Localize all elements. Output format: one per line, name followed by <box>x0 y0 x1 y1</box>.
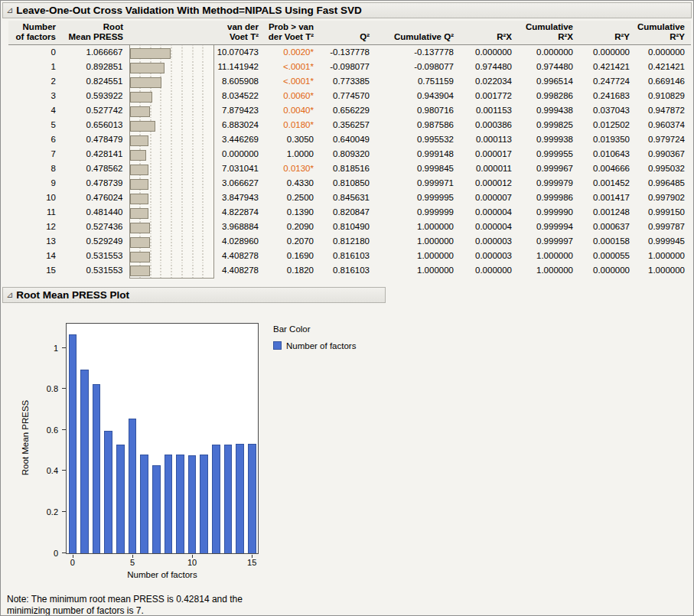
cell-cr2x: 1.000000 <box>518 263 579 278</box>
table-row[interactable]: 150.5315534.4082780.18200.8161031.000000… <box>8 263 691 278</box>
press-plot-bar[interactable] <box>212 445 220 552</box>
cell-vdv: 4.408278 <box>213 249 265 263</box>
cell-vdv: 3.968884 <box>213 220 265 234</box>
cell-factors: 15 <box>8 263 62 278</box>
cell-q2: 0.656229 <box>320 103 376 118</box>
press-plot-bar[interactable] <box>188 455 197 553</box>
press-plot-bar[interactable] <box>93 384 101 553</box>
cell-vdv: 10.070473 <box>213 45 265 60</box>
cell-vdv: 8.605908 <box>213 74 265 89</box>
table-row[interactable]: 100.4760243.8479430.25000.8456310.999995… <box>8 191 691 205</box>
press-plot-bar[interactable] <box>200 455 208 553</box>
press-bar-cell <box>129 132 213 147</box>
cell-prob: 0.3050 <box>265 132 320 147</box>
cell-rmp: 0.478562 <box>62 161 129 176</box>
disclosure-triangle-icon[interactable]: ⊿ <box>6 2 13 18</box>
press-bar-cell <box>129 60 213 74</box>
cell-r2y: 0.010643 <box>579 147 636 161</box>
press-plot-bar[interactable] <box>80 370 89 552</box>
table-row[interactable]: 40.5277427.8794230.0040*0.6562290.980716… <box>8 103 691 118</box>
cell-cr2y: 0.999787 <box>636 220 691 234</box>
cell-cq2: 0.943904 <box>376 89 460 103</box>
cell-cr2x: 0.998286 <box>518 89 579 103</box>
press-plot-bar[interactable] <box>224 445 233 553</box>
press-bar-cell <box>129 147 213 161</box>
cell-r2y: 0.012502 <box>579 118 636 132</box>
table-row[interactable]: 110.4814404.8228740.13900.8208470.999999… <box>8 205 691 220</box>
table-row[interactable]: 90.4787393.0666270.43300.8108500.9999710… <box>8 176 691 191</box>
column-header: Q² <box>320 21 376 45</box>
press-plot-bar[interactable] <box>129 419 137 553</box>
press-plot-bar[interactable] <box>176 455 184 552</box>
press-plot-bar[interactable] <box>104 431 112 552</box>
press-plot-bar[interactable] <box>165 455 173 552</box>
press-plot-bar[interactable] <box>69 334 77 553</box>
cell-prob: 0.0040* <box>265 103 320 118</box>
bar-column-header <box>129 21 213 45</box>
press-bar-cell <box>129 191 213 205</box>
table-row[interactable]: 01.06666710.0704730.0020*-0.137778-0.137… <box>8 45 691 60</box>
section-header-press-plot[interactable]: ⊿ Root Mean PRESS Plot <box>2 287 386 303</box>
press-plot-bar[interactable] <box>140 455 148 552</box>
press-bar-cell <box>129 249 213 263</box>
press-bar <box>130 194 148 204</box>
cell-factors: 11 <box>8 205 62 220</box>
jmp-report-window: { "colors": { "significant": "#e2650e", … <box>0 0 694 616</box>
disclosure-triangle-icon[interactable]: ⊿ <box>6 287 13 303</box>
table-row[interactable]: 30.5939228.0345220.0060*0.7745700.943904… <box>8 89 691 103</box>
cell-cq2: 1.000000 <box>376 249 460 263</box>
cell-cr2x: 0.999990 <box>518 205 579 220</box>
cell-rmp: 0.531553 <box>62 263 129 278</box>
cell-r2y: 0.000000 <box>579 45 636 60</box>
x-tick-label: 10 <box>184 558 200 567</box>
cell-cq2: 0.999995 <box>376 191 460 205</box>
cell-r2y: 0.421421 <box>579 60 636 74</box>
cell-prob: <.0001* <box>265 74 320 89</box>
section-header-cross-validation[interactable]: ⊿ Leave-One-Out Cross Validation With Me… <box>2 2 692 18</box>
cell-cq2: 0.999971 <box>376 176 460 191</box>
press-plot-bar[interactable] <box>152 465 161 553</box>
cv-table-body: 01.06666710.0704730.0020*-0.137778-0.137… <box>8 45 691 279</box>
cell-cr2y: 1.000000 <box>636 249 691 263</box>
cell-rmp: 0.656013 <box>62 118 129 132</box>
cell-r2x: 0.000012 <box>460 176 518 191</box>
cell-q2: 0.812180 <box>320 234 376 249</box>
table-row[interactable]: 70.4281410.0000001.00000.8093200.9991480… <box>8 147 691 161</box>
table-row[interactable]: 140.5315534.4082780.16900.8161031.000000… <box>8 249 691 263</box>
cell-cr2x: 0.999967 <box>518 161 579 176</box>
table-row[interactable]: 130.5292494.0289600.20700.8121801.000000… <box>8 234 691 249</box>
table-row[interactable]: 120.5274363.9688840.20900.8104901.000000… <box>8 220 691 234</box>
cell-cr2y: 0.960374 <box>636 118 691 132</box>
cell-r2y: 0.000158 <box>579 234 636 249</box>
cell-vdv: 8.034522 <box>213 89 265 103</box>
press-plot-bar[interactable] <box>116 445 125 552</box>
press-plot-bar[interactable] <box>236 444 244 552</box>
cell-cr2y: 0.000000 <box>636 45 691 60</box>
press-bar <box>130 121 155 132</box>
table-row[interactable]: 80.4785627.0310410.0130*0.8185160.999845… <box>8 161 691 176</box>
cell-r2y: 0.004666 <box>579 161 636 176</box>
table-row[interactable]: 50.6560136.8830240.0180*0.3562570.987586… <box>8 118 691 132</box>
cell-vdv: 4.822874 <box>213 205 265 220</box>
cell-cq2: 0.995532 <box>376 132 460 147</box>
section-title-press-plot: Root Mean PRESS Plot <box>16 289 129 301</box>
press-bar-cell <box>129 103 213 118</box>
section-title-cross-validation: Leave-One-Out Cross Validation With Meth… <box>16 5 362 16</box>
cell-vdv: 4.028960 <box>213 234 265 249</box>
table-row[interactable]: 60.4784793.4462690.30500.6400490.9955320… <box>8 132 691 147</box>
cell-q2: 0.845631 <box>320 191 376 205</box>
cell-cr2y: 1.000000 <box>636 263 691 278</box>
cell-prob: 0.4330 <box>265 176 320 191</box>
legend-entry[interactable]: Number of factors <box>273 341 356 350</box>
press-plot-bar[interactable] <box>248 444 256 552</box>
cell-vdv: 3.066627 <box>213 176 265 191</box>
cell-prob: 0.2090 <box>265 220 320 234</box>
cell-cr2x: 0.999979 <box>518 176 579 191</box>
table-row[interactable]: 10.89285111.141942<.0001*-0.098077-0.098… <box>8 60 691 74</box>
legend-swatch-icon <box>273 341 282 350</box>
column-header: CumulativeR²Y <box>636 21 691 45</box>
cell-r2x: 0.001153 <box>460 103 518 118</box>
cell-r2x: 0.001772 <box>460 89 518 103</box>
table-row[interactable]: 20.8245518.605908<.0001*0.7733850.751159… <box>8 74 691 89</box>
cell-q2: 0.818516 <box>320 161 376 176</box>
